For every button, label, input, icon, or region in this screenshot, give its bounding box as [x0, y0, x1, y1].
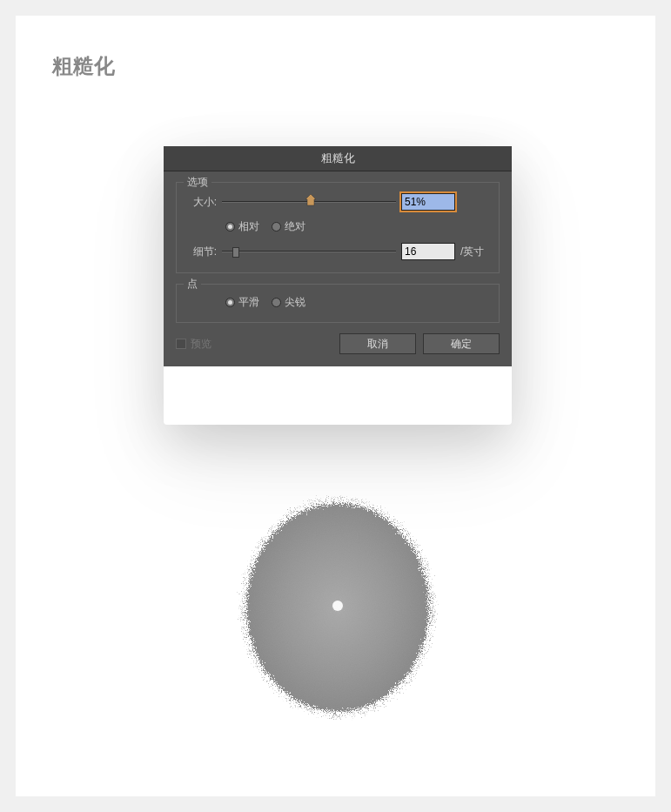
radio-relative-circle[interactable]: [225, 222, 235, 232]
points-radios: 平滑 尖锐: [225, 295, 490, 310]
radio-absolute[interactable]: 绝对: [272, 219, 305, 234]
preview-checkbox[interactable]: [176, 339, 186, 349]
radio-smooth-circle[interactable]: [225, 298, 235, 307]
detail-slider-thumb[interactable]: [232, 247, 239, 258]
effect-preview: [225, 468, 451, 747]
detail-label: 细节:: [185, 245, 217, 259]
svg-point-2: [332, 601, 343, 611]
roughen-dialog: 粗糙化 选项 大小:: [164, 146, 512, 366]
radio-smooth-label: 平滑: [238, 295, 259, 310]
size-mode-radios: 相对 绝对: [225, 219, 490, 234]
radio-sharp-label: 尖锐: [285, 295, 305, 310]
size-row: 大小:: [185, 193, 490, 211]
footer-buttons: 取消 确定: [339, 333, 500, 354]
dialog-titlebar[interactable]: 粗糙化: [164, 146, 512, 171]
options-legend: 选项: [184, 175, 211, 190]
detail-slider-track: [222, 251, 396, 252]
radio-sharp-circle[interactable]: [272, 298, 281, 307]
points-legend: 点: [184, 277, 201, 292]
size-input[interactable]: [401, 193, 455, 211]
size-label: 大小:: [185, 195, 217, 210]
dialog-body: 选项 大小:: [164, 171, 512, 366]
size-slider-thumb[interactable]: [305, 194, 316, 206]
radio-sharp[interactable]: 尖锐: [272, 295, 305, 310]
detail-row: 细节: /英寸: [185, 243, 490, 260]
options-fieldset: 选项 大小:: [176, 182, 500, 273]
cancel-button[interactable]: 取消: [339, 333, 416, 354]
roughen-shape-icon: [233, 494, 442, 721]
ok-button[interactable]: 确定: [423, 333, 500, 354]
points-fieldset: 点 平滑 尖锐: [176, 284, 500, 323]
preview-label: 预览: [191, 337, 211, 352]
preview-checkbox-group[interactable]: 预览: [176, 337, 211, 352]
detail-input[interactable]: [401, 243, 455, 260]
radio-absolute-label: 绝对: [285, 219, 305, 234]
radio-relative-label: 相对: [238, 219, 259, 234]
dialog-footer: 预览 取消 确定: [176, 333, 500, 354]
radio-absolute-circle[interactable]: [272, 222, 281, 232]
radio-relative[interactable]: 相对: [225, 219, 259, 234]
detail-slider[interactable]: [222, 245, 396, 258]
detail-unit: /英寸: [460, 245, 490, 259]
page-title: 粗糙化: [52, 52, 115, 80]
page-container: 粗糙化 粗糙化 选项 大小:: [16, 16, 655, 796]
size-slider[interactable]: [222, 196, 396, 208]
radio-smooth[interactable]: 平滑: [225, 295, 259, 310]
